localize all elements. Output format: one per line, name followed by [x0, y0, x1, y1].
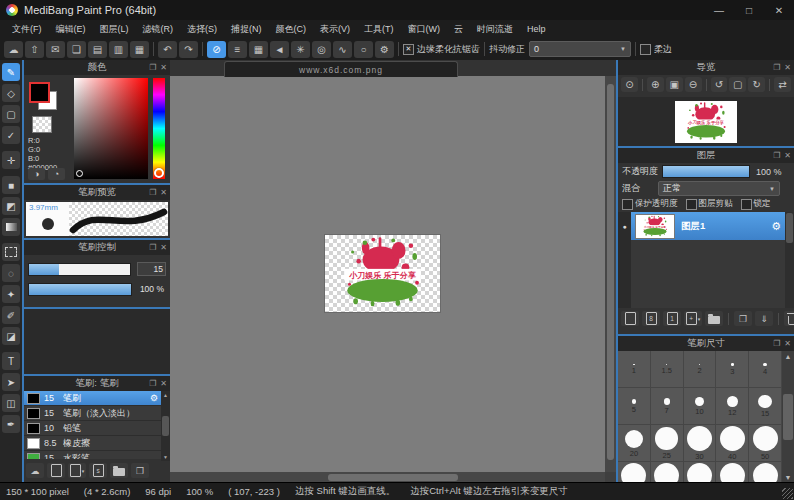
fill-shape-tool[interactable]: ■	[2, 176, 20, 194]
scrollbar-thumb[interactable]	[607, 84, 614, 460]
brush-size-cell[interactable]: 12	[716, 388, 749, 425]
resize-grip[interactable]	[782, 488, 793, 499]
panel-close-icon[interactable]: ✕	[160, 188, 167, 197]
brush-size-cell[interactable]: 50	[749, 425, 782, 462]
menu-item-Help[interactable]: Help	[520, 20, 553, 38]
cloud-save-button[interactable]: ☁	[4, 41, 23, 58]
select-eraser-tool[interactable]: ◪	[2, 327, 20, 345]
brush-size-cell[interactable]: 90	[716, 462, 749, 483]
navigator-thumbnail[interactable]: 小刀娱乐 乐于分享	[675, 101, 737, 143]
brush-tool[interactable]: ✎	[2, 63, 20, 81]
scrollbar-thumb[interactable]	[786, 213, 793, 243]
snap-settings-button[interactable]: ⚙	[375, 41, 394, 58]
snap-radial-button[interactable]: ✳	[291, 41, 310, 58]
blend-mode-select[interactable]: 正常 ▼	[658, 181, 780, 196]
zoom-out-button[interactable]: ⊖	[685, 77, 702, 92]
select-pen-tool[interactable]: ✐	[2, 306, 20, 324]
brush-folder-button[interactable]	[110, 463, 128, 478]
canvas-artwork[interactable]: 小刀娱乐 乐于分享	[325, 235, 440, 312]
reset-view-button[interactable]: ▢	[729, 77, 746, 92]
duplicate-layer-button[interactable]: ❐	[734, 311, 752, 326]
panel-popout-icon[interactable]: ❐	[149, 188, 156, 197]
brush-opacity-slider[interactable]	[28, 283, 132, 296]
antialias-checkbox[interactable]: ✕	[403, 44, 414, 55]
add-8bit-layer-button[interactable]: 8	[642, 311, 660, 326]
delete-layer-button[interactable]	[784, 311, 794, 326]
scroll-down-icon[interactable]: ▼	[163, 454, 168, 460]
menu-item-选择(S)[interactable]: 选择(S)	[180, 20, 224, 38]
snap-off-button[interactable]: ⊘	[207, 41, 226, 58]
panel-popout-icon[interactable]: ❐	[149, 379, 156, 388]
brush-size-cell[interactable]: 25	[651, 425, 684, 462]
annotation-button[interactable]: ❏	[67, 41, 86, 58]
select-rect-tool[interactable]	[2, 243, 20, 261]
operation-tool[interactable]: ➤	[2, 373, 20, 391]
layer-opacity-slider[interactable]	[662, 165, 750, 178]
navigator-view[interactable]: 小刀娱乐 乐于分享	[618, 97, 794, 146]
brush-list-item[interactable]: 15笔刷⚙	[24, 391, 161, 406]
add-brush-menu-button[interactable]: ▾	[68, 463, 86, 478]
scroll-up-icon[interactable]: ▲	[163, 392, 168, 398]
brush-size-cell[interactable]: 60	[618, 462, 651, 483]
layer-list-scrollbar[interactable]	[785, 212, 794, 308]
document-list-button[interactable]: ▥	[109, 41, 128, 58]
protect-alpha-checkbox[interactable]	[622, 199, 633, 210]
snap-ellipse-button[interactable]: ○	[354, 41, 373, 58]
brush-size-slider[interactable]	[28, 263, 131, 276]
lock-checkbox[interactable]	[741, 199, 752, 210]
scrollbar-thumb[interactable]	[328, 474, 458, 481]
scroll-down-icon[interactable]: ▼	[785, 474, 792, 481]
menu-item-颜色(C)[interactable]: 颜色(C)	[269, 20, 314, 38]
rotate-left-button[interactable]: ↺	[711, 77, 728, 92]
brush-size-cell[interactable]: 7	[651, 388, 684, 425]
menu-item-编辑(E)[interactable]: 编辑(E)	[49, 20, 93, 38]
brush-size-cell[interactable]: 15	[749, 388, 782, 425]
undo-button[interactable]: ↶	[158, 41, 177, 58]
transparent-color-swatch[interactable]	[32, 116, 52, 133]
brush-size-cell[interactable]: 1.5	[651, 351, 684, 388]
rotate-right-button[interactable]: ↻	[748, 77, 765, 92]
redo-button[interactable]: ↷	[179, 41, 198, 58]
panel-close-icon[interactable]: ✕	[784, 63, 791, 72]
brush-size-cell[interactable]: 3	[716, 351, 749, 388]
brush-size-cell[interactable]: 70	[651, 462, 684, 483]
brush-size-cell[interactable]: 1	[618, 351, 651, 388]
bucket-tool[interactable]: ◩	[2, 197, 20, 215]
menu-item-窗口(W)[interactable]: 窗口(W)	[401, 20, 448, 38]
snap-concentric-button[interactable]: ◎	[312, 41, 331, 58]
panel-popout-icon[interactable]: ❐	[773, 63, 780, 72]
shape-brush-tool[interactable]: ▢	[2, 105, 20, 123]
layer-folder-button[interactable]	[705, 311, 723, 326]
layer-visible-icon[interactable]: ●	[622, 223, 626, 308]
canvas-viewport[interactable]: 小刀娱乐 乐于分享	[170, 76, 605, 472]
add-1bit-layer-button[interactable]: 1	[663, 311, 681, 326]
panel-close-icon[interactable]: ✕	[160, 379, 167, 388]
scrollbar-thumb[interactable]	[162, 416, 169, 436]
panel-popout-icon[interactable]: ❐	[773, 151, 780, 160]
snap-parallel-button[interactable]: ≡	[228, 41, 247, 58]
clipping-checkbox[interactable]	[686, 199, 697, 210]
saturation-value-picker[interactable]	[74, 78, 148, 179]
flip-view-button[interactable]: ⇄	[774, 77, 791, 92]
brush-list-item[interactable]: 10铅笔	[24, 421, 161, 436]
select-lasso-tool[interactable]: ◌	[2, 264, 20, 282]
menu-item-时间流逝[interactable]: 时间流逝	[470, 20, 520, 38]
brush-size-cell[interactable]: 10	[684, 388, 717, 425]
minimize-button[interactable]: —	[704, 0, 734, 20]
menu-item-表示(V)[interactable]: 表示(V)	[313, 20, 357, 38]
divide-tool[interactable]: ◫	[2, 394, 20, 412]
duplicate-brush-button[interactable]: ❐	[131, 463, 149, 478]
brush-list-item[interactable]: 15笔刷（淡入淡出）	[24, 406, 161, 421]
scroll-up-icon[interactable]: ▲	[785, 353, 792, 360]
menu-item-工具(T)[interactable]: 工具(T)	[357, 20, 401, 38]
menu-item-捕捉(N)[interactable]: 捕捉(N)	[224, 20, 269, 38]
move-tool[interactable]: ✛	[2, 151, 20, 169]
brush-size-cell[interactable]: 5	[618, 388, 651, 425]
layer-row[interactable]: 小刀娱乐 乐于分享 图层1 ⚙	[631, 212, 785, 240]
color-pad-button[interactable]: ◔	[48, 168, 65, 180]
brush-size-cell[interactable]: 2	[684, 351, 717, 388]
upload-button[interactable]: ⇧	[25, 41, 44, 58]
add-layer-menu-button[interactable]: +▾	[684, 311, 702, 326]
script-brush-button[interactable]: s	[89, 463, 107, 478]
scrollbar-thumb[interactable]	[783, 394, 793, 440]
